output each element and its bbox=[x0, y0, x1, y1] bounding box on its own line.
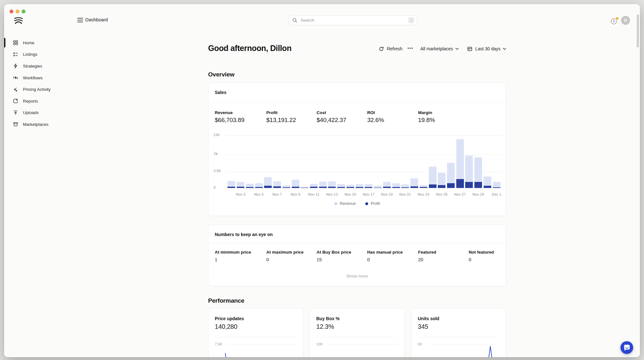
marketplaces-label: All marketplaces bbox=[420, 46, 453, 51]
metric-label-at-maximum-price: At maximum price bbox=[266, 250, 304, 255]
profit-bar-segment bbox=[228, 187, 235, 188]
metric-label-at-minimum-price: At minimum price bbox=[215, 250, 251, 255]
sidebar-item-workflows[interactable]: Workflows bbox=[9, 72, 79, 84]
sidebar-nav: HomeListingsStrategiesWorkflowsPricing A… bbox=[9, 37, 79, 130]
sales-card-title: Sales bbox=[215, 90, 227, 95]
metric-value-at-maximum-price: 0 bbox=[266, 257, 269, 262]
metric-value-featured: 20 bbox=[418, 257, 423, 262]
gridline bbox=[327, 344, 399, 344]
chevron-down-icon bbox=[503, 48, 506, 50]
y-tick-label: 3.5K bbox=[214, 169, 226, 173]
zoom-button[interactable] bbox=[22, 10, 25, 13]
search-input[interactable] bbox=[300, 18, 408, 23]
refresh-icon bbox=[379, 46, 384, 52]
perf-card-value: 140,280 bbox=[215, 323, 237, 330]
sparkline-chart bbox=[411, 339, 507, 357]
sidebar-item-reports[interactable]: Reports bbox=[9, 95, 79, 107]
stat-label-revenue: Revenue bbox=[215, 110, 233, 115]
metric-label-has-manual-price: Has manual price bbox=[367, 250, 403, 255]
marketplaces-dropdown[interactable]: All marketplaces bbox=[420, 46, 459, 51]
date-range-label: Last 30 days bbox=[475, 46, 500, 51]
y-tick-label: 0 bbox=[214, 185, 226, 189]
show-more-button[interactable]: Show more bbox=[208, 274, 506, 278]
sidebar-item-pricing-activity[interactable]: Pricing Activity bbox=[9, 83, 79, 95]
legend-label: Profit bbox=[371, 201, 380, 206]
calendar-icon bbox=[467, 46, 472, 52]
x-tick-label: Nov 15 bbox=[340, 192, 360, 196]
greeting-heading: Good afternoon, Dillon bbox=[208, 44, 291, 53]
profit-bar-segment bbox=[356, 187, 363, 188]
x-tick-label: Nov 29 bbox=[468, 192, 488, 196]
close-button[interactable] bbox=[10, 10, 13, 13]
upload-icon bbox=[13, 110, 18, 116]
sidebar-item-label: Strategies bbox=[23, 64, 42, 68]
divider bbox=[215, 337, 297, 337]
sidebar-toggle-icon[interactable] bbox=[77, 18, 83, 22]
sidebar-item-label: Workflows bbox=[23, 76, 43, 80]
divider bbox=[208, 103, 506, 103]
date-range-dropdown[interactable]: Last 30 days bbox=[467, 46, 506, 52]
profit-bar-segment bbox=[465, 182, 473, 188]
sidebar-item-home[interactable]: Home bbox=[9, 37, 79, 49]
metric-label-not-featured: Not featured bbox=[469, 250, 494, 255]
brand-logo-icon bbox=[13, 16, 24, 25]
export-icon bbox=[13, 98, 18, 104]
legend-label: Revenue bbox=[340, 201, 356, 206]
sidebar-item-listings[interactable]: Listings bbox=[9, 49, 79, 61]
sidebar-item-label: Listings bbox=[23, 52, 38, 57]
window-controls bbox=[10, 10, 25, 13]
y-tick-label: 11K bbox=[214, 133, 226, 137]
search-bar[interactable]: / bbox=[289, 15, 417, 25]
legend-item-profit[interactable]: Profit bbox=[365, 201, 380, 206]
profit-bar-segment bbox=[337, 187, 345, 188]
profit-bar-segment bbox=[438, 185, 445, 188]
perf-card-units-sold: Units sold34560 bbox=[411, 308, 506, 357]
x-tick-label: Nov 17 bbox=[358, 192, 379, 196]
profit-bar-segment bbox=[283, 187, 290, 188]
search-icon bbox=[292, 18, 297, 23]
profit-bar-segment bbox=[484, 186, 491, 188]
list-icon bbox=[13, 52, 18, 57]
sidebar-item-label: Uploads bbox=[23, 110, 39, 115]
profit-bar-segment bbox=[474, 182, 482, 188]
stat-value-cost: $40,422.37 bbox=[317, 117, 346, 124]
profit-bar-segment bbox=[237, 187, 244, 188]
more-options-button[interactable]: ••• bbox=[408, 46, 413, 52]
notification-badge bbox=[615, 17, 619, 20]
metric-value-has-manual-price: 0 bbox=[367, 257, 370, 262]
stat-value-roi: 32.6% bbox=[367, 117, 384, 124]
metric-value-at-buy-box-price: 15 bbox=[317, 257, 322, 262]
minimize-button[interactable] bbox=[16, 10, 19, 13]
x-tick-label: Nov 5 bbox=[249, 192, 269, 196]
profit-bar-segment bbox=[401, 187, 409, 188]
sidebar-item-strategies[interactable]: Strategies bbox=[9, 60, 79, 72]
profit-bar-segment bbox=[429, 184, 437, 188]
sidebar-item-label: Pricing Activity bbox=[23, 87, 51, 92]
legend-item-revenue[interactable]: Revenue bbox=[334, 201, 356, 206]
profit-bar-segment bbox=[447, 183, 455, 188]
notifications-button[interactable]: ! bbox=[611, 17, 619, 25]
chat-launcher-button[interactable] bbox=[620, 341, 633, 354]
sales-chart bbox=[227, 135, 501, 188]
profit-bar-segment bbox=[410, 186, 418, 188]
perf-card-buy-box: Buy Box %12.3%100 bbox=[310, 308, 405, 357]
sidebar-item-uploads[interactable]: Uploads bbox=[9, 107, 79, 119]
stat-value-margin: 19.8% bbox=[418, 117, 435, 124]
sidebar-item-label: Marketplaces bbox=[23, 122, 48, 127]
stat-label-cost: Cost bbox=[317, 110, 326, 115]
perf-card-value: 345 bbox=[418, 323, 428, 330]
profit-bar-segment bbox=[493, 187, 500, 188]
metric-value-at-minimum-price: 1 bbox=[215, 257, 217, 262]
page-title: Dashboard bbox=[85, 17, 108, 23]
sidebar-item-marketplaces[interactable]: Marketplaces bbox=[9, 119, 79, 130]
refresh-button[interactable]: Refresh bbox=[379, 46, 402, 52]
sales-card: Sales Revenue$66,703.89Profit$13,191.22C… bbox=[208, 83, 506, 216]
avatar[interactable]: D bbox=[621, 16, 630, 25]
y-tick-label: 100 bbox=[316, 342, 322, 346]
active-nav-indicator bbox=[4, 38, 5, 47]
x-tick-label: Nov 3 bbox=[230, 192, 251, 196]
profit-bar-segment bbox=[420, 187, 427, 188]
profit-bar-segment bbox=[310, 187, 318, 188]
scrollbar-thumb[interactable] bbox=[637, 14, 639, 47]
store-icon bbox=[13, 121, 18, 127]
